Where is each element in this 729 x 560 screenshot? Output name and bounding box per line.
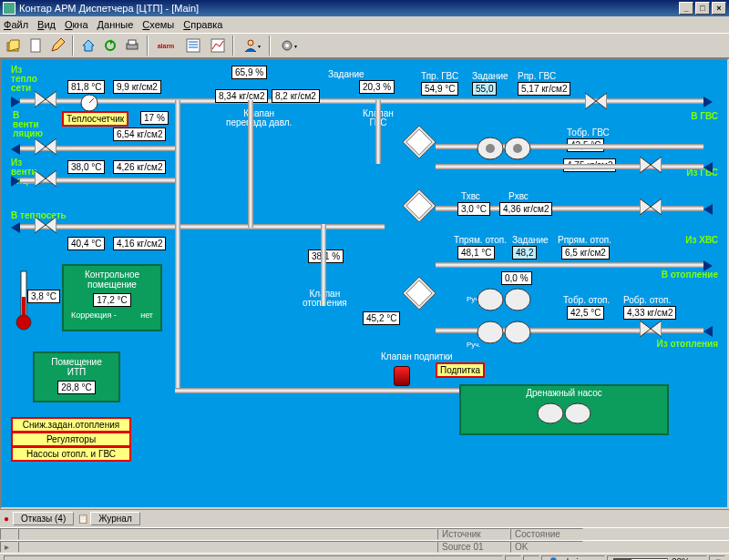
menu-data[interactable]: Данные	[98, 19, 134, 30]
svg-marker-19	[35, 170, 46, 187]
svg-marker-34	[406, 193, 432, 219]
arrow-out-1	[11, 144, 20, 155]
status-cell-1	[4, 555, 503, 561]
value-thvs: 3,0 °C	[457, 202, 490, 216]
chart-button[interactable]	[208, 36, 228, 56]
menu-windows[interactable]: Окна	[65, 19, 88, 30]
new-button[interactable]	[26, 36, 46, 56]
valve-gvs-out[interactable]	[585, 93, 607, 109]
refresh-icon	[103, 38, 118, 53]
valve-3[interactable]	[35, 170, 56, 187]
valve-4[interactable]	[35, 217, 56, 233]
button-snizh-zadan[interactable]: Сниж.задан.отопления	[11, 417, 131, 433]
tab-otkazy[interactable]: Отказы (4)	[13, 512, 74, 525]
svg-marker-20	[46, 170, 56, 187]
valve-hvs[interactable]	[640, 199, 662, 215]
print-button[interactable]	[122, 36, 142, 56]
valve-2[interactable]	[35, 138, 56, 155]
menu-schemas[interactable]: Схемы	[142, 19, 174, 30]
valve-gvs-in[interactable]	[640, 157, 662, 173]
status-progress: 33%	[607, 555, 707, 561]
svg-marker-38	[406, 280, 432, 306]
status-led-2: ●	[523, 555, 539, 561]
valve-otop-in[interactable]	[640, 321, 662, 337]
edit-button[interactable]	[47, 36, 67, 56]
svg-rect-4	[128, 40, 136, 45]
value-ppr-otop: 6,5 кг/см2	[561, 246, 610, 260]
pump-gvs[interactable]	[472, 135, 536, 158]
label-korr: Коррекция -	[71, 311, 117, 320]
alarm-dot-icon: ●	[4, 514, 9, 524]
pump-drain[interactable]	[532, 402, 596, 425]
pipe	[175, 388, 485, 393]
value-pobr-otop: 4,33 кг/см2	[623, 306, 676, 320]
arrow-out-2	[11, 222, 20, 233]
podpitka-valve-icon[interactable]	[394, 366, 410, 386]
button-podpitka[interactable]: Подпитка	[436, 362, 485, 378]
menubar: Файл Вид Окна Данные Схемы Справка	[0, 16, 729, 33]
svg-marker-31	[640, 157, 651, 173]
label-tpr-gvs: Тпр. ГВС	[421, 71, 458, 81]
menu-file[interactable]: Файл	[4, 19, 28, 30]
svg-point-30	[513, 144, 522, 153]
users-button[interactable]: ▾	[239, 36, 264, 56]
maximize-button[interactable]: □	[695, 2, 710, 15]
settings-button[interactable]: ▾	[275, 36, 301, 56]
pump-otop-2[interactable]	[472, 319, 536, 342]
value-zad3[interactable]: 48,2	[512, 246, 537, 260]
svg-marker-22	[46, 217, 56, 233]
pipe	[175, 100, 180, 392]
printer-icon	[125, 38, 139, 53]
arrow-gvs-out	[703, 97, 713, 107]
label-tobr-gvs: Тобр. ГВС	[567, 127, 610, 137]
folder-open-icon	[6, 38, 21, 53]
label-iz-otop: Из отопления	[656, 339, 718, 349]
list-icon	[186, 38, 200, 53]
value-korr: нет	[140, 311, 153, 320]
svg-point-12	[285, 44, 289, 47]
value-zad2[interactable]: 55,0	[472, 82, 497, 96]
alarm-button[interactable]: alarm	[153, 36, 179, 56]
gear-icon	[280, 38, 294, 53]
alarm-icon: alarm	[158, 43, 175, 49]
label-iz-teploseti: Изтеплосети	[11, 66, 37, 93]
label-klapan-podpit: Клапан подпитки	[381, 351, 453, 361]
pump-otop-1[interactable]	[472, 286, 536, 310]
value-pct1: 17 %	[140, 111, 169, 125]
refresh-button[interactable]	[100, 36, 120, 56]
value-t-ctrl: 17,2 °C	[93, 293, 130, 307]
menu-help[interactable]: Справка	[183, 19, 222, 30]
status-user: 👤 admin	[541, 555, 605, 561]
button-nasosy[interactable]: Насосы отопл. и ГВС	[11, 446, 131, 462]
chart-icon	[210, 38, 225, 53]
arrow-otop-out	[703, 260, 713, 271]
label-zad2: Задание	[472, 71, 508, 81]
label-v-venti: Ввентиляцию	[13, 111, 43, 138]
value-p1: 9,9 кг/см2	[113, 80, 161, 94]
button-teploschetchik[interactable]: Теплосчетчик	[62, 111, 128, 127]
log-button[interactable]	[180, 36, 206, 56]
svg-marker-24	[596, 93, 607, 109]
tab-zhurnal[interactable]: Журнал	[90, 512, 140, 525]
svg-marker-43	[640, 321, 651, 337]
open-button[interactable]	[4, 36, 24, 56]
valve-1[interactable]	[35, 91, 56, 107]
bottom-tabs: ● Отказы (4) 📋 Журнал	[0, 509, 729, 527]
close-button[interactable]: ×	[712, 2, 726, 15]
svg-rect-48	[22, 297, 26, 317]
label-v-gvs: В ГВС	[691, 111, 718, 121]
svg-marker-23	[585, 93, 596, 109]
event-grid-row[interactable]: ▸ Source 01 OK	[0, 540, 729, 553]
home-button[interactable]	[78, 36, 98, 56]
button-regulatory[interactable]: Регуляторы	[11, 432, 131, 447]
menu-view[interactable]: Вид	[37, 19, 56, 30]
grid-col-blank	[0, 528, 18, 540]
label-tpr-otop: Тпрям. отоп.	[454, 235, 507, 245]
journal-icon: 📋	[77, 514, 88, 524]
svg-point-40	[505, 289, 530, 311]
grid-val-state: OK	[510, 541, 583, 553]
grid-col-source: Источник	[437, 528, 510, 540]
minimize-button[interactable]: _	[679, 2, 693, 15]
arrow-in-2	[11, 176, 20, 187]
statusbar: ● ● 👤 admin 33% ⧉	[0, 553, 729, 560]
